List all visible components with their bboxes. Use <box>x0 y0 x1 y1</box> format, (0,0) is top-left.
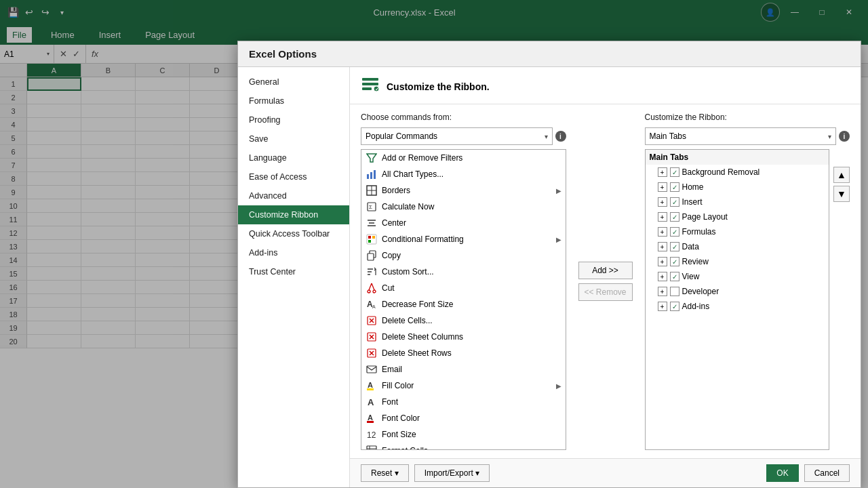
expand-icon[interactable]: + <box>658 212 667 222</box>
list-item[interactable]: Cut <box>361 280 566 296</box>
move-up-button[interactable]: ▲ <box>833 167 850 183</box>
ribbon-item-checkbox[interactable] <box>670 227 679 237</box>
nav-proofing[interactable]: Proofing <box>238 110 349 129</box>
ribbon-item-label: View <box>682 272 700 281</box>
list-item[interactable]: Add or Remove Filters <box>361 150 566 166</box>
nav-quick-access[interactable]: Quick Access Toolbar <box>238 224 349 243</box>
list-item[interactable]: +Developer <box>646 284 829 299</box>
expand-icon[interactable]: + <box>658 197 667 207</box>
list-item[interactable]: Delete Cells... <box>361 312 566 329</box>
ribbon-item-checkbox[interactable] <box>670 182 679 192</box>
ribbon-item-checkbox[interactable] <box>670 167 679 177</box>
dialog-overlay: Excel Options General Formulas Proofing … <box>0 0 868 488</box>
list-item[interactable]: Center <box>361 215 566 231</box>
nav-advanced[interactable]: Advanced <box>238 186 349 205</box>
expand-icon[interactable]: + <box>658 302 667 311</box>
list-item[interactable]: Delete Sheet Rows <box>361 345 566 361</box>
list-item[interactable]: +Formulas <box>646 224 829 239</box>
expand-icon[interactable]: + <box>658 182 667 192</box>
ribbon-item-checkbox[interactable] <box>670 257 679 266</box>
ribbon-item-label: Add-ins <box>682 302 710 311</box>
list-item[interactable]: Copy <box>361 247 566 264</box>
ribbon-item-checkbox[interactable] <box>670 302 679 311</box>
expand-icon[interactable]: + <box>658 227 667 237</box>
commands-dropdown[interactable]: Popular Commands ▾ <box>361 127 553 145</box>
list-item[interactable]: ΣCalculate Now <box>361 199 566 215</box>
dialog-main: ✓ Customize the Ribbon. Choose commands … <box>350 67 861 487</box>
list-item[interactable]: AFont <box>361 394 566 410</box>
list-item[interactable]: Email <box>361 361 566 378</box>
command-icon: A <box>366 396 378 408</box>
nav-formulas[interactable]: Formulas <box>238 92 349 110</box>
import-export-button[interactable]: Import/Export ▾ <box>414 464 490 482</box>
command-icon: A <box>366 412 378 424</box>
list-item[interactable]: +Data <box>646 239 829 254</box>
list-item[interactable]: Conditional Formatting▶ <box>361 231 566 247</box>
customize-header: ✓ Customize the Ribbon. <box>350 67 861 104</box>
ribbon-dropdown[interactable]: Main Tabs ▾ <box>645 127 837 145</box>
nav-save[interactable]: Save <box>238 129 349 148</box>
svg-text:Σ: Σ <box>369 204 372 210</box>
list-item[interactable]: Delete Sheet Columns <box>361 329 566 345</box>
ribbon-item-checkbox[interactable] <box>670 242 679 251</box>
expand-icon[interactable]: + <box>658 287 667 296</box>
list-item[interactable]: +Background Removal <box>646 165 829 180</box>
svg-rect-20 <box>368 240 371 243</box>
add-button-label: Add >> <box>592 266 618 275</box>
cancel-button[interactable]: Cancel <box>804 464 850 482</box>
expand-icon[interactable]: + <box>658 242 667 251</box>
list-item[interactable]: AADecrease Font Size <box>361 296 566 312</box>
nav-general[interactable]: General <box>238 73 349 92</box>
svg-text:✓: ✓ <box>375 87 379 92</box>
svg-text:A: A <box>368 413 373 422</box>
list-item[interactable]: AFill Color▶ <box>361 378 566 394</box>
reset-button[interactable]: Reset ▾ <box>361 464 409 482</box>
ribbon-item-checkbox[interactable] <box>670 197 679 207</box>
expand-icon[interactable]: + <box>658 257 667 266</box>
list-item[interactable]: Borders▶ <box>361 182 566 199</box>
list-item[interactable]: All Chart Types... <box>361 166 566 182</box>
list-item[interactable]: 12Font Size <box>361 426 566 443</box>
command-icon <box>366 217 378 229</box>
ribbon-item-checkbox[interactable] <box>670 287 679 296</box>
nav-language[interactable]: Language <box>238 148 349 167</box>
list-item[interactable]: +Page Layout <box>646 209 829 224</box>
list-item[interactable]: Custom Sort... <box>361 264 566 280</box>
command-icon <box>366 363 378 375</box>
remove-button-label: << Remove <box>584 287 626 297</box>
ribbon-item-label: Page Layout <box>682 212 728 222</box>
commands-info-icon[interactable]: i <box>555 131 566 142</box>
remove-button[interactable]: << Remove <box>578 283 633 301</box>
expand-icon[interactable]: + <box>658 167 667 177</box>
svg-point-28 <box>373 290 376 293</box>
command-icon <box>366 445 378 449</box>
command-label: Conditional Formatting <box>382 235 552 244</box>
nav-add-ins[interactable]: Add-ins <box>238 243 349 262</box>
command-label: Font <box>382 397 561 407</box>
list-item[interactable]: AFont Color <box>361 410 566 426</box>
ribbon-item-checkbox[interactable] <box>670 272 679 281</box>
nav-trust-center[interactable]: Trust Center <box>238 262 349 281</box>
list-item[interactable]: +Home <box>646 180 829 195</box>
add-button[interactable]: Add >> <box>578 262 633 279</box>
nav-customize-ribbon[interactable]: Customize Ribbon <box>238 205 349 224</box>
ribbon-items-list[interactable]: Main Tabs+Background Removal+Home+Insert… <box>646 150 829 449</box>
list-item[interactable]: +Insert <box>646 195 829 209</box>
expand-icon[interactable]: + <box>658 272 667 281</box>
ribbon-info-icon[interactable]: i <box>839 131 850 142</box>
list-item[interactable]: Format Cells <box>361 443 566 449</box>
customize-ribbon-icon: ✓ <box>361 75 380 98</box>
list-item[interactable]: +Review <box>646 254 829 269</box>
nav-ease-of-access[interactable]: Ease of Access <box>238 167 349 186</box>
commands-list[interactable]: Add or Remove FiltersAll Chart Types...B… <box>361 150 566 449</box>
list-item[interactable]: +View <box>646 269 829 284</box>
choose-commands-label: Choose commands from: <box>361 113 566 122</box>
move-down-button[interactable]: ▼ <box>833 186 850 202</box>
command-icon <box>366 331 378 343</box>
svg-rect-22 <box>368 253 374 260</box>
middle-buttons: Add >> << Remove <box>573 113 638 450</box>
command-icon <box>366 347 378 359</box>
list-item[interactable]: +Add-ins <box>646 299 829 314</box>
ok-button[interactable]: OK <box>766 464 798 482</box>
ribbon-item-checkbox[interactable] <box>670 212 679 222</box>
